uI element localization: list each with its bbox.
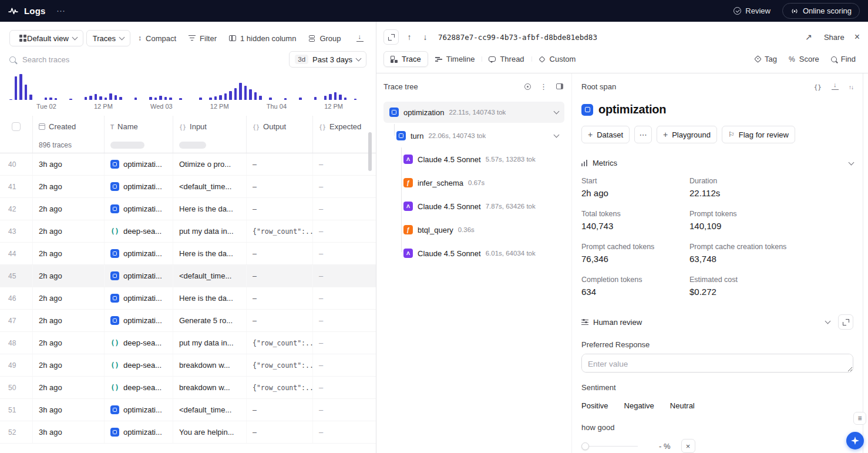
- row-number: 47: [0, 310, 33, 331]
- next-trace-button[interactable]: ↓: [420, 32, 430, 42]
- more-menu-icon[interactable]: ⋯: [56, 6, 65, 16]
- date-range-selector[interactable]: 3d Past 3 days: [289, 51, 366, 68]
- sentiment-label: Sentiment: [581, 383, 853, 392]
- chevron-down-icon[interactable]: [554, 132, 560, 138]
- expand-trace-button[interactable]: [383, 29, 399, 45]
- review-button[interactable]: Review: [734, 6, 771, 15]
- kebab-menu-icon[interactable]: ⋮: [540, 83, 547, 90]
- metrics-section-header[interactable]: Metrics: [581, 159, 853, 167]
- table-row[interactable]: 43 2h ago deep-sea... put my data in... …: [0, 220, 376, 243]
- trace-tree-node[interactable]: btql_query 0.36s: [383, 219, 564, 240]
- slider-knob[interactable]: [581, 442, 589, 450]
- column-header-input[interactable]: Input: [173, 116, 247, 137]
- metric-label: Prompt tokens: [689, 210, 853, 218]
- more-actions-button[interactable]: ⋯: [634, 126, 652, 143]
- detail-action-button[interactable]: Score: [783, 52, 825, 66]
- row-expected: –: [313, 377, 376, 398]
- trace-tree-node[interactable]: turn 22.06s, 140743 tok: [383, 125, 564, 146]
- close-icon: ×: [686, 442, 691, 451]
- preferred-response-input[interactable]: [581, 354, 853, 373]
- trace-tree-node[interactable]: Claude 4.5 Sonnet 5.57s, 13283 tok: [383, 149, 564, 170]
- row-number: 41: [0, 176, 33, 197]
- hidden-columns-button[interactable]: 1 hidden column: [224, 30, 301, 46]
- detail-action-button[interactable]: Tag: [750, 52, 782, 66]
- chevron-down-icon[interactable]: [849, 159, 854, 165]
- detail-tab[interactable]: Custom: [531, 51, 583, 67]
- online-scoring-button[interactable]: Online scoring: [782, 3, 860, 19]
- metric-label: Estimated cost: [689, 276, 853, 284]
- column-header-expected[interactable]: Expected: [313, 116, 376, 137]
- human-review-section-header[interactable]: Human review: [581, 314, 853, 330]
- trace-tree-node[interactable]: infer_schema 0.67s: [383, 172, 564, 193]
- sentiment-option-button[interactable]: Neutral: [670, 399, 695, 412]
- table-row[interactable]: 44 2h ago optimizati... Here is the da..…: [0, 243, 376, 265]
- group-button[interactable]: Group: [304, 30, 345, 46]
- axis-tick-label: 12 PM: [324, 103, 343, 110]
- traces-selector[interactable]: Traces: [86, 30, 130, 46]
- trace-tree: optimization 22.11s, 140743 tok turn 22.…: [383, 102, 571, 266]
- traces-histogram[interactable]: Tue 0212 PMWed 0312 PMThu 0412 PM: [9, 74, 366, 110]
- detail-action-button[interactable]: Find: [826, 52, 861, 66]
- panel-toggle-icon[interactable]: [556, 83, 563, 89]
- add-to-playground-button[interactable]: + Playground: [657, 126, 717, 143]
- braces-icon[interactable]: [814, 82, 822, 91]
- range-badge: 3d: [295, 55, 308, 64]
- table-row[interactable]: 50 2h ago deep-sea... breakdown w... {"r…: [0, 377, 376, 399]
- hamburger-icon: ≡: [857, 414, 862, 422]
- table-row[interactable]: 52 3h ago optimizati... You are helpin..…: [0, 421, 376, 444]
- compact-toggle[interactable]: ↕ Compact: [133, 30, 181, 46]
- export-button[interactable]: [352, 30, 368, 46]
- row-number: 51: [0, 399, 33, 421]
- expand-review-button[interactable]: [838, 314, 853, 330]
- close-icon[interactable]: ×: [854, 32, 860, 42]
- table-row[interactable]: 45 2h ago optimizati... <default_time...…: [0, 265, 376, 287]
- assistant-button[interactable]: [846, 432, 864, 449]
- table-row[interactable]: 41 2h ago optimizati... <default_time...…: [0, 176, 376, 198]
- trace-tree-node[interactable]: Claude 4.5 Sonnet 6.01s, 64034 tok: [383, 243, 564, 264]
- chart-icon: [581, 160, 588, 166]
- flag-for-review-button[interactable]: ⚐ Flag for review: [722, 126, 795, 143]
- table-row[interactable]: 46 2h ago optimizati... Here is the da..…: [0, 287, 376, 310]
- search-input[interactable]: [21, 55, 284, 65]
- sentiment-option-button[interactable]: Positive: [581, 399, 608, 412]
- how-good-slider[interactable]: [581, 442, 638, 450]
- detail-tab[interactable]: Thread: [482, 51, 531, 67]
- metric-item: Start 2h ago: [581, 177, 689, 198]
- table-row[interactable]: 47 2h ago optimizati... Generate 5 ro...…: [0, 310, 376, 332]
- focus-icon[interactable]: [524, 83, 531, 90]
- detail-tab[interactable]: Trace: [383, 51, 428, 67]
- plus-icon: +: [588, 130, 593, 139]
- review-icon: [734, 7, 741, 15]
- row-output: {"row_count":...: [247, 332, 313, 354]
- sentiment-option-button[interactable]: Negative: [624, 399, 654, 412]
- trace-tree-node[interactable]: Claude 4.5 Sonnet 7.87s, 63426 tok: [383, 196, 564, 217]
- view-selector[interactable]: Default view: [9, 30, 83, 46]
- table-row[interactable]: 40 3h ago optimizati... Otimize o pro...…: [0, 153, 376, 176]
- row-input: <default_time...: [173, 265, 247, 287]
- column-header-created[interactable]: Created: [33, 116, 105, 137]
- scrollbar-thumb[interactable]: [368, 132, 372, 171]
- table-row[interactable]: 49 2h ago deep-sea... breakdown w... {"r…: [0, 354, 376, 377]
- span-icon: [403, 178, 413, 187]
- sort-updown-icon[interactable]: [849, 82, 853, 91]
- detail-tab[interactable]: Timeline: [428, 51, 482, 67]
- table-row[interactable]: 48 2h ago deep-sea... put my data in... …: [0, 332, 376, 354]
- chevron-down-icon[interactable]: [825, 318, 831, 324]
- open-external-icon[interactable]: ↗: [803, 32, 814, 42]
- expand-icon: [843, 319, 849, 326]
- select-all-checkbox[interactable]: [12, 122, 21, 131]
- share-button[interactable]: Share: [819, 29, 849, 45]
- trace-tree-node[interactable]: optimization 22.11s, 140743 tok: [383, 102, 564, 123]
- previous-trace-button[interactable]: ↑: [404, 32, 415, 42]
- row-created: 2h ago: [33, 198, 105, 220]
- column-header-output[interactable]: Output: [247, 116, 313, 137]
- download-icon[interactable]: [832, 83, 839, 90]
- chevron-down-icon[interactable]: [554, 109, 560, 115]
- panel-list-button[interactable]: ≡: [853, 412, 866, 425]
- add-to-dataset-button[interactable]: + Dataset: [581, 126, 630, 143]
- table-row[interactable]: 51 3h ago optimizati... <default_time...…: [0, 399, 376, 421]
- column-header-name[interactable]: Name: [105, 116, 173, 137]
- clear-score-button[interactable]: ×: [681, 439, 695, 453]
- table-row[interactable]: 42 2h ago optimizati... Here is the da..…: [0, 198, 376, 220]
- filter-button[interactable]: Filter: [184, 30, 221, 46]
